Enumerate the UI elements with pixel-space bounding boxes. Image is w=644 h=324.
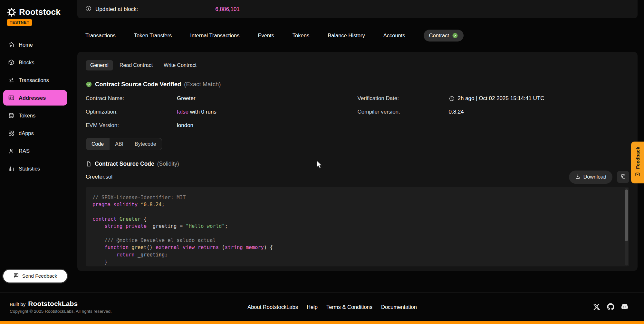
code-line: return _greeting; xyxy=(92,251,620,258)
rootstocklabs-brand[interactable]: RootstockLabs xyxy=(28,300,78,308)
logo-text: Rootstock xyxy=(19,7,61,17)
copy-button[interactable] xyxy=(617,171,629,183)
code-tab-abi[interactable]: ABI xyxy=(110,138,129,150)
tab-tokens[interactable]: Tokens xyxy=(293,32,309,39)
sidebar-item-label: Transactions xyxy=(19,77,49,83)
detail-optimization: Optimization: false with 0 runs xyxy=(86,105,358,119)
detail-value-accent: false with 0 runs xyxy=(177,109,216,115)
sidebar-item-blocks[interactable]: Blocks xyxy=(3,55,67,70)
tab-events[interactable]: Events xyxy=(258,32,274,39)
detail-label: Compiler version: xyxy=(358,109,449,115)
details-right-column: Verification Date: 2h ago | Oct 02 2025 … xyxy=(358,92,630,132)
sidebar-item-label: Blocks xyxy=(19,60,34,66)
tab-internal-transactions[interactable]: Internal Transactions xyxy=(190,32,239,39)
tab-contract[interactable]: Contract xyxy=(424,30,464,42)
envelope-icon xyxy=(635,172,640,178)
code-scrollbar-thumb[interactable] xyxy=(625,190,628,241)
main-area: Updated at block: 6,886,101 Transactions… xyxy=(70,0,644,292)
ras-icon xyxy=(8,148,14,154)
code-line: /// @notice Devuelve el saludo actual xyxy=(92,237,620,244)
home-icon xyxy=(8,42,14,48)
x-twitter-icon[interactable] xyxy=(593,303,600,310)
sidebar-item-label: Tokens xyxy=(19,113,35,119)
code-lines: // SPDX-License-Identifier: MITpragma so… xyxy=(92,194,620,265)
detail-label: Optimization: xyxy=(86,109,177,115)
statistics-icon xyxy=(8,165,14,172)
subtab-read-contract[interactable]: Read Contract xyxy=(115,60,157,70)
verified-check-icon xyxy=(86,81,92,88)
sidebar-item-dapps[interactable]: dApps xyxy=(3,125,67,141)
code-line: // SPDX-License-Identifier: MIT xyxy=(92,194,620,201)
footer-link-documentation[interactable]: Documentation xyxy=(381,304,417,310)
code-line xyxy=(92,230,620,237)
detail-value: 0.8.24 xyxy=(449,109,464,115)
code-tab-bytecode[interactable]: Bytecode xyxy=(129,138,162,150)
source-code-heading: Contract Source Code (Solidity) xyxy=(86,160,629,168)
sidebar-nav: HomeBlocksTransactionsAddressesTokensdAp… xyxy=(3,37,67,176)
github-icon[interactable] xyxy=(607,303,614,310)
footer-social-icons xyxy=(593,303,634,310)
code-line: contract Greeter { xyxy=(92,216,620,223)
sidebar-item-ras[interactable]: RAS xyxy=(3,143,67,159)
subtab-write-contract[interactable]: Write Contract xyxy=(159,60,201,70)
sidebar-item-label: Addresses xyxy=(19,95,46,101)
download-icon xyxy=(575,174,581,181)
tab-transactions[interactable]: Transactions xyxy=(85,32,116,39)
detail-verification-date: Verification Date: 2h ago | Oct 02 2025 … xyxy=(358,92,630,105)
sidebar-item-label: dApps xyxy=(19,130,34,136)
code-line: string private _greeting = "Hello world"… xyxy=(92,223,620,230)
sidebar-item-addresses[interactable]: Addresses xyxy=(3,90,67,106)
detail-evm-version: EVM Version: london xyxy=(86,119,358,132)
sidebar-item-tokens[interactable]: Tokens xyxy=(3,108,67,123)
discord-icon[interactable] xyxy=(621,303,629,310)
updated-at-block-value[interactable]: 6,886,101 xyxy=(215,6,240,13)
sidebar-item-home[interactable]: Home xyxy=(3,37,67,52)
tab-accounts[interactable]: Accounts xyxy=(383,32,405,39)
contract-subtabs: GeneralRead ContractWrite Contract xyxy=(86,60,629,70)
feedback-side-tab[interactable]: Feedback xyxy=(631,142,644,183)
detail-contract-name: Contract Name: Greeter xyxy=(86,92,358,105)
tab-balance-history[interactable]: Balance History xyxy=(328,32,365,39)
detail-value: 2h ago | Oct 02 2025 15:14:41 UTC xyxy=(458,95,544,102)
sidebar-item-transactions[interactable]: Transactions xyxy=(3,72,67,88)
source-code-viewer[interactable]: // SPDX-License-Identifier: MITpragma so… xyxy=(86,187,629,266)
sidebar: Rootstock TESTNET HomeBlocksTransactions… xyxy=(0,0,70,292)
copyright-text: Copyright © 2025 RootstockLabs. All righ… xyxy=(10,309,112,314)
detail-value: Greeter xyxy=(177,95,196,102)
sidebar-item-statistics[interactable]: Statistics xyxy=(3,161,67,176)
footer-link-about-rootstocklabs[interactable]: About RootstockLabs xyxy=(247,304,298,310)
tokens-icon xyxy=(8,112,14,119)
details-left-column: Contract Name: Greeter Optimization: fal… xyxy=(86,92,358,132)
verified-title: Contract Source Code Verified xyxy=(95,81,181,88)
verified-row: Contract Source Code Verified (Exact Mat… xyxy=(86,80,629,88)
subtab-general[interactable]: General xyxy=(86,60,113,70)
code-line: function greet() external view returns (… xyxy=(92,244,620,251)
address-tabs: TransactionsToken TransfersInternal Tran… xyxy=(85,29,638,42)
source-code-subtitle: (Solidity) xyxy=(157,161,179,167)
contract-details: Contract Name: Greeter Optimization: fal… xyxy=(86,92,629,132)
detail-label: Verification Date: xyxy=(358,95,449,102)
verified-subtitle: (Exact Match) xyxy=(184,81,221,88)
tab-token-transfers[interactable]: Token Transfers xyxy=(134,32,172,39)
file-actions: Download xyxy=(569,171,629,184)
copy-icon xyxy=(620,174,626,180)
document-icon xyxy=(86,161,92,167)
logo-block[interactable]: Rootstock TESTNET xyxy=(3,7,67,26)
clock-icon xyxy=(449,96,455,102)
footer-link-terms-conditions[interactable]: Terms & Conditions xyxy=(326,304,372,310)
updated-at-block-bar: Updated at block: 6,886,101 xyxy=(77,0,638,18)
detail-label: EVM Version: xyxy=(86,122,177,129)
download-button[interactable]: Download xyxy=(569,171,612,184)
code-line: pragma solidity ^0.8.24; xyxy=(92,201,620,208)
code-line: } xyxy=(92,258,620,265)
sidebar-item-label: Home xyxy=(19,42,33,48)
file-row: Greeter.sol Download xyxy=(86,170,629,184)
footer-link-help[interactable]: Help xyxy=(307,304,318,310)
contract-card: GeneralRead ContractWrite Contract Contr… xyxy=(77,52,638,271)
detail-value: london xyxy=(177,122,193,129)
code-line xyxy=(92,208,620,215)
code-tab-code[interactable]: Code xyxy=(86,138,110,150)
built-by-label: Built by xyxy=(10,301,25,307)
send-feedback-button[interactable]: Send Feedback xyxy=(3,270,67,282)
content-row: Rootstock TESTNET HomeBlocksTransactions… xyxy=(0,0,644,292)
